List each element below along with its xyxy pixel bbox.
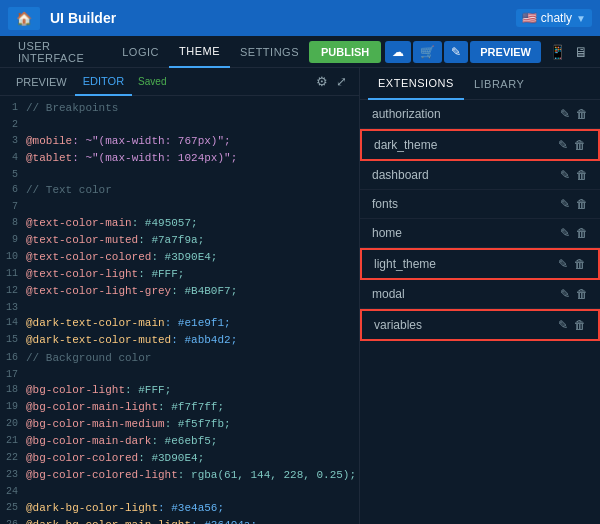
line-content: @text-color-muted: #7a7f9a; [26,232,355,249]
line-content: @bg-color-colored: #3D90E4; [26,450,355,467]
line-content: // Breakpoints [26,100,355,117]
line-number: 24 [4,484,26,500]
app-name-label: chatly [541,11,572,25]
tab-preview[interactable]: PREVIEW [8,68,75,96]
edit-icon-button[interactable]: ✎ [444,41,468,63]
code-line: 3@mobile: ~"(max-width: 767px)"; [0,133,359,150]
extension-edit-button[interactable]: ✎ [558,138,568,152]
extension-name: dark_theme [374,138,558,152]
line-content: // Text color [26,182,355,199]
top-bar-right: 🇺🇸 chatly ▼ [516,9,592,27]
tab-editor[interactable]: EDITOR [75,68,132,96]
line-number: 1 [4,100,26,117]
line-number: 12 [4,283,26,300]
code-line: 1// Breakpoints [0,100,359,117]
code-line: 13 [0,300,359,316]
tab-library[interactable]: LIBRARY [464,68,534,100]
tab-extensions[interactable]: EXTENSIONS [368,68,464,100]
line-content: @text-color-light: #FFF; [26,266,355,283]
line-number: 8 [4,215,26,232]
code-line: 17 [0,367,359,383]
line-content [26,300,355,316]
line-content: @bg-color-colored-light: rgba(61, 144, 2… [26,467,356,484]
mobile-icon-button[interactable]: 📱 [545,42,570,62]
line-content [26,367,355,383]
code-line: 18@bg-color-light: #FFF; [0,382,359,399]
line-number: 20 [4,416,26,433]
extension-item[interactable]: variables✎🗑 [360,309,600,341]
line-content: @dark-bg-color-light: #3e4a56; [26,500,355,517]
extension-name: authorization [372,107,560,121]
cart-icon-button[interactable]: 🛒 [413,41,442,63]
extension-name: light_theme [374,257,558,271]
code-line: 12@text-color-light-grey: #B4B0F7; [0,283,359,300]
extension-delete-button[interactable]: 🗑 [574,257,586,271]
right-tabs-row: EXTENSIONS LIBRARY [360,68,600,100]
code-line: 11@text-color-light: #FFF; [0,266,359,283]
extension-item[interactable]: dark_theme✎🗑 [360,129,600,161]
extension-actions: ✎🗑 [560,197,588,211]
line-content: @text-color-main: #495057; [26,215,355,232]
extension-delete-button[interactable]: 🗑 [574,318,586,332]
extension-delete-button[interactable]: 🗑 [576,226,588,240]
tab-theme[interactable]: THEME [169,36,230,68]
line-content: @dark-text-color-main: #e1e9f1; [26,315,355,332]
extension-delete-button[interactable]: 🗑 [574,138,586,152]
line-content: @bg-color-main-light: #f7f7ff; [26,399,355,416]
tab-user-interface[interactable]: USER INTERFACE [8,36,112,68]
line-content [26,167,355,183]
line-number: 9 [4,232,26,249]
extension-item[interactable]: authorization✎🗑 [360,100,600,129]
line-number: 25 [4,500,26,517]
cloud-icon-button[interactable]: ☁ [385,41,411,63]
line-number: 21 [4,433,26,450]
extension-delete-button[interactable]: 🗑 [576,197,588,211]
extension-item[interactable]: light_theme✎🗑 [360,248,600,280]
extension-edit-button[interactable]: ✎ [560,197,570,211]
extension-delete-button[interactable]: 🗑 [576,107,588,121]
extension-delete-button[interactable]: 🗑 [576,287,588,301]
tab-logic[interactable]: LOGIC [112,36,169,68]
extension-item[interactable]: modal✎🗑 [360,280,600,309]
code-editor[interactable]: 1// Breakpoints23@mobile: ~"(max-width: … [0,96,359,524]
line-number: 6 [4,182,26,199]
extension-item[interactable]: fonts✎🗑 [360,190,600,219]
chevron-down-icon: ▼ [576,13,586,24]
line-content: @bg-color-light: #FFF; [26,382,355,399]
extension-edit-button[interactable]: ✎ [560,226,570,240]
tab-settings[interactable]: SETTINGS [230,36,309,68]
extension-edit-button[interactable]: ✎ [560,107,570,121]
extension-edit-button[interactable]: ✎ [560,168,570,182]
nav-row: USER INTERFACE LOGIC THEME SETTINGS PUBL… [0,36,600,68]
desktop-icon-button[interactable]: 🖥 [570,42,592,62]
line-content [26,484,355,500]
extension-name: fonts [372,197,560,211]
right-panel: EXTENSIONS LIBRARY authorization✎🗑dark_t… [360,68,600,524]
code-line: 5 [0,167,359,183]
extension-name: variables [374,318,558,332]
extension-edit-button[interactable]: ✎ [558,318,568,332]
line-content: @text-color-colored: #3D90E4; [26,249,355,266]
extension-actions: ✎🗑 [558,318,586,332]
app-logo[interactable]: 🏠 [8,7,40,30]
extension-item[interactable]: home✎🗑 [360,219,600,248]
extension-edit-button[interactable]: ✎ [560,287,570,301]
extension-actions: ✎🗑 [558,257,586,271]
extension-edit-button[interactable]: ✎ [558,257,568,271]
line-number: 2 [4,117,26,133]
editor-panel: PREVIEW EDITOR Saved ⚙ ⤢ 1// Breakpoints… [0,68,360,524]
line-content: @bg-color-main-dark: #e6ebf5; [26,433,355,450]
extension-delete-button[interactable]: 🗑 [576,168,588,182]
line-number: 16 [4,350,26,367]
code-line: 14@dark-text-color-main: #e1e9f1; [0,315,359,332]
line-number: 5 [4,167,26,183]
expand-icon[interactable]: ⤢ [332,72,351,91]
preview-button[interactable]: PREVIEW [470,41,541,63]
settings-icon[interactable]: ⚙ [312,72,332,91]
language-selector[interactable]: 🇺🇸 chatly ▼ [516,9,592,27]
publish-button[interactable]: PUBLISH [309,41,381,63]
line-content: @tablet: ~"(max-width: 1024px)"; [26,150,355,167]
code-line: 4@tablet: ~"(max-width: 1024px)"; [0,150,359,167]
extension-item[interactable]: dashboard✎🗑 [360,161,600,190]
extension-name: home [372,226,560,240]
